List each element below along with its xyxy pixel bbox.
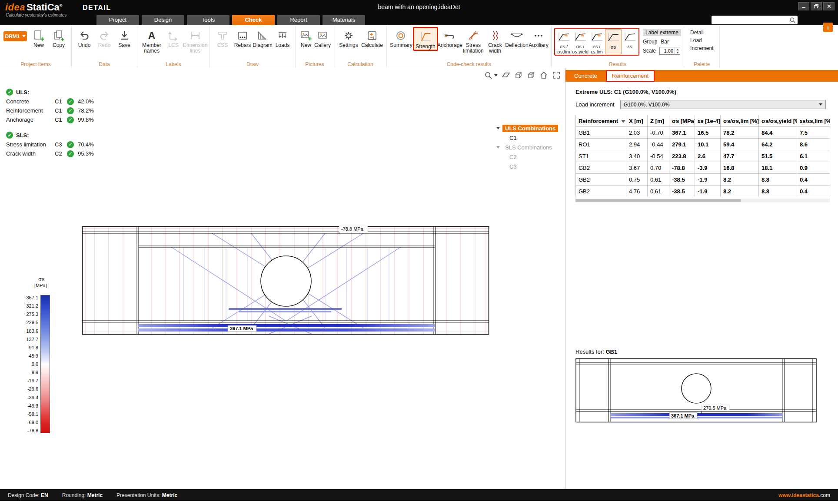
diagram-button[interactable]: Diagram	[253, 27, 273, 48]
bar-option[interactable]: Bar	[661, 39, 669, 45]
tab-reinforcement[interactable]: Reinforcement	[606, 70, 655, 82]
new-project-item-button[interactable]: New	[29, 27, 49, 48]
load-increment-dropdown[interactable]: G100.0%, V100.0%	[620, 100, 826, 109]
column-header[interactable]: σs [MPa]	[669, 115, 695, 127]
statusbar-items: Design Code: ENRounding: MetricPresentat…	[8, 492, 191, 498]
column-header[interactable]: εs [1e-4]	[695, 115, 721, 127]
tab-project[interactable]: Project	[96, 15, 139, 25]
table-row[interactable]: GB20.750.61-38.5-1.98.28.80.4	[576, 174, 830, 186]
table-row[interactable]: GB23.670.70-78.8-3.916.818.10.9	[576, 162, 830, 174]
undo-button[interactable]: Undo	[74, 27, 94, 48]
home-view-button[interactable]	[539, 71, 548, 80]
anchorage-button[interactable]: Anchorage	[438, 27, 462, 48]
expander-icon[interactable]	[496, 127, 500, 129]
column-header[interactable]: Reinforcement	[576, 115, 626, 127]
scale-tick: -59.1	[20, 411, 38, 417]
zoom-select-button[interactable]	[484, 71, 498, 80]
beam-drawing[interactable]: -78.8 MPa 367.1 MPa	[82, 225, 490, 338]
lcs-button[interactable]: LCS	[163, 27, 183, 48]
tab-concrete[interactable]: Concrete	[569, 70, 602, 82]
tab-design[interactable]: Design	[142, 15, 184, 25]
table-horizontal-scrollbar[interactable]	[575, 199, 830, 202]
scale-tick: -29.6	[20, 386, 38, 391]
css-button[interactable]: CSS	[213, 27, 233, 48]
increment-option[interactable]: Increment	[690, 45, 713, 51]
load-option[interactable]: Load	[690, 37, 713, 43]
loads-icon	[277, 29, 288, 43]
loads-button[interactable]: Loads	[273, 27, 293, 48]
group-label: Labels	[137, 61, 210, 67]
expander-icon[interactable]	[496, 146, 500, 149]
main-canvas[interactable]: ULS: ConcreteC142.0%ReinforcementC178.2%…	[0, 68, 565, 489]
rebars-button[interactable]: Rebars	[233, 27, 253, 48]
tab-check[interactable]: Check	[232, 15, 275, 25]
tree-item-c3[interactable]: C3	[495, 162, 558, 171]
tree-item-uls-combinations[interactable]: ULS Combinations	[495, 123, 558, 133]
copy-project-item-button[interactable]: Copy	[49, 27, 69, 48]
close-button[interactable]	[823, 2, 835, 10]
table-row[interactable]: GB12.03-0.70367.116.578.284.47.5	[576, 127, 830, 139]
scale-tick: 0.0	[20, 361, 38, 367]
titlebar: ideaStatiCa® DETAIL Calculate yesterday'…	[0, 0, 838, 25]
column-header[interactable]: Z [m]	[648, 115, 669, 127]
column-header[interactable]: εs/εs,lim [%]	[797, 115, 830, 127]
strength-button[interactable]: Strength	[414, 28, 437, 50]
tab-materials[interactable]: Materials	[323, 15, 365, 25]
view-plane-button[interactable]	[502, 71, 510, 80]
dimension-lines-button[interactable]: Dimension lines	[183, 27, 207, 54]
save-button[interactable]: Save	[114, 27, 134, 48]
tree-item-c1[interactable]: C1	[495, 133, 558, 143]
calculate-button[interactable]: Calculate	[360, 27, 384, 48]
settings-button[interactable]: Settings	[337, 27, 360, 48]
tree-item-sls-combinations[interactable]: SLS Combinations	[495, 143, 558, 152]
detail-option[interactable]: Detail	[690, 30, 713, 36]
tab-report[interactable]: Report	[277, 15, 320, 25]
zoom-fit-button[interactable]	[552, 71, 561, 80]
label-extreme-option[interactable]: Label extreme	[643, 29, 681, 36]
up-arrow-icon[interactable]	[676, 49, 679, 50]
wireframe-cube-button[interactable]	[514, 71, 523, 80]
tree-item-c2[interactable]: C2	[495, 152, 558, 162]
table-row[interactable]: ST13.40-0.54223.82.647.751.56.1	[576, 150, 830, 162]
redo-button[interactable]: Redo	[94, 27, 114, 48]
eps-over-eps-lim-button[interactable]: % εs / εs,lim	[589, 29, 605, 54]
scrollbar-thumb[interactable]	[575, 199, 741, 202]
project-item-selector[interactable]: DRM1	[3, 31, 27, 41]
column-header[interactable]: σs/σs,yield [%]	[759, 115, 797, 127]
search-input[interactable]	[713, 17, 789, 23]
new-picture-button[interactable]: New	[298, 27, 314, 48]
scale-stepper[interactable]: 1.00	[659, 47, 680, 55]
member-names-button[interactable]: A Member names	[140, 27, 163, 54]
table-row[interactable]: GB24.760.61-38.5-1.98.28.80.4	[576, 186, 830, 197]
auxiliary-button[interactable]: Auxiliary	[529, 27, 549, 48]
stress-limitation-button[interactable]: Stress limitation	[462, 27, 485, 54]
eps-button[interactable]: εs	[622, 29, 638, 54]
anchorage-icon	[444, 29, 456, 43]
website-link[interactable]: www.ideastatica.com	[778, 492, 830, 498]
chart-icon	[623, 30, 636, 44]
group-option[interactable]: Group	[643, 39, 657, 45]
member-beam-drawing[interactable]: 270.5 MPa 367.1 MPa	[575, 358, 817, 423]
sigma-over-sigma-yield-button[interactable]: % σs / σs,yield	[572, 29, 589, 54]
sigma-button[interactable]: σs	[605, 29, 622, 54]
stepper-arrows[interactable]	[675, 47, 680, 54]
gallery-button[interactable]: Gallery	[314, 27, 331, 48]
sigma-over-sigma-lim-button[interactable]: % σs / σs,lim	[555, 29, 572, 54]
filter-icon[interactable]	[621, 120, 625, 123]
table-cell: -38.5	[669, 186, 695, 197]
info-button[interactable]: i	[823, 23, 833, 32]
column-header[interactable]: σs/σs,lim [%]	[721, 115, 759, 127]
table-row[interactable]: RO12.94-0.44279.110.159.464.28.6	[576, 139, 830, 150]
solid-cube-button[interactable]	[527, 71, 535, 80]
restore-button[interactable]	[811, 2, 822, 10]
button-label: Member names	[140, 43, 163, 54]
column-header[interactable]: X [m]	[626, 115, 648, 127]
down-arrow-icon[interactable]	[676, 52, 679, 53]
summary-percentage: 78.2%	[78, 107, 94, 114]
deflection-button[interactable]: Deflection	[505, 27, 529, 48]
tab-tools[interactable]: Tools	[187, 15, 229, 25]
search-box[interactable]	[712, 16, 798, 24]
crack-width-button[interactable]: Crack width	[485, 27, 505, 54]
summary-button[interactable]: Summary	[389, 27, 413, 48]
minimize-button[interactable]	[798, 2, 809, 10]
